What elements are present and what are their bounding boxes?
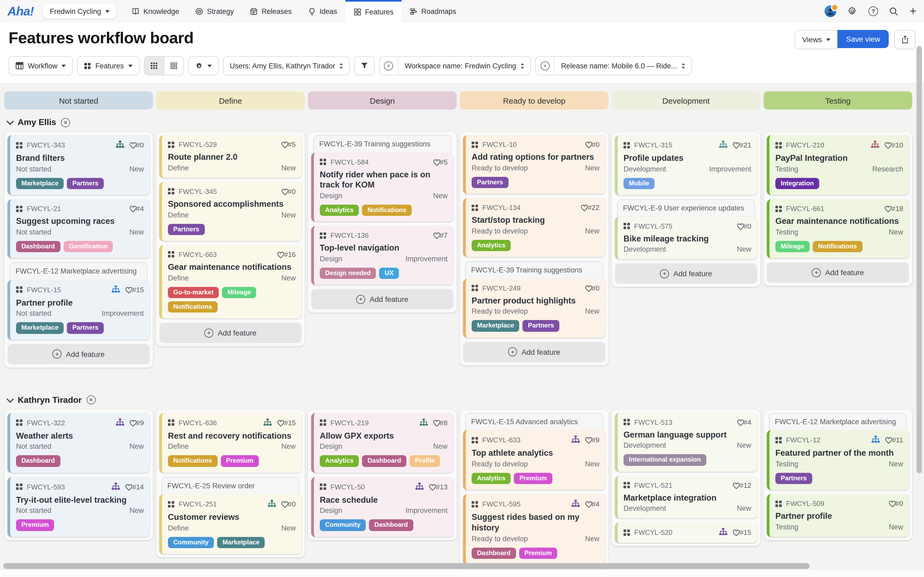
help-icon[interactable]: ? [868,6,878,16]
chevron-down-icon[interactable] [6,395,14,403]
votes-badge[interactable]: #15 [732,529,751,537]
feature-card-fwcyl-513[interactable]: FWCYL-513#4German language supportDevelo… [615,413,757,472]
feature-card-fwcyl-50[interactable]: FWCYL-50#13Race scheduleDesignImprovemen… [311,477,454,537]
feature-card-fwcyl-343[interactable]: FWCYL-343#0Brand filtersNot startedNewMa… [8,135,150,195]
votes-badge[interactable]: #15 [277,419,296,427]
feature-card-fwcyl-249[interactable]: FWCYL-249#0Partner product highlightsRea… [463,279,605,337]
feature-card-fwcyl-10[interactable]: FWCYL-10#0Add rating options for partner… [463,135,605,194]
user-avatar[interactable] [825,5,836,17]
remove-release-filter[interactable]: × [536,56,554,75]
votes-badge[interactable]: #13 [428,483,447,491]
votes-badge[interactable]: #4 [736,418,751,426]
workspace-filter-value[interactable]: Workspace name: Fredwin Cycling [398,56,531,75]
votes-badge[interactable]: #21 [732,141,751,149]
feature-card-fwcyl-521[interactable]: FWCYL-521#12Marketplace integrationDevel… [615,476,757,519]
drag-handle-icon[interactable] [16,419,23,426]
workspace-switcher[interactable]: Fredwin Cycling [43,4,116,18]
drag-handle-icon[interactable] [624,529,630,536]
votes-badge[interactable]: #15 [125,285,144,293]
drag-handle-icon[interactable] [168,501,174,507]
aha-logo[interactable]: Aha! [8,4,35,18]
drag-handle-icon[interactable] [320,159,326,165]
drag-handle-icon[interactable] [168,141,174,148]
add-feature-button[interactable]: +Add feature [8,344,150,364]
feature-card-fwcyl-136[interactable]: FWCYL-136#7Top-level navigationDesignImp… [311,226,454,285]
feature-card-fwcyl-520[interactable]: FWCYL-520#15 [615,523,757,543]
search-icon[interactable] [889,7,898,16]
remove-swimlane-icon[interactable]: × [61,118,70,127]
votes-badge[interactable]: #16 [277,251,296,259]
remove-swimlane-icon[interactable]: × [86,395,95,405]
share-button[interactable] [894,30,916,49]
votes-badge[interactable]: #0 [584,140,599,148]
drag-handle-icon[interactable] [168,419,174,426]
votes-badge[interactable]: #18 [884,205,903,213]
feature-card-fwcyl-251[interactable]: FWCYL-251#0Customer reviewsDefineNewComm… [159,494,302,554]
feature-card-fwcyl-593[interactable]: FWCYL-593#14Try-it-out elite-level track… [8,477,150,537]
add-feature-button[interactable]: +Add feature [767,262,909,283]
drag-handle-icon[interactable] [624,142,630,148]
feature-card-fwcyl-219[interactable]: FWCYL-219#8Allow GPX exportsDesignNewAna… [311,413,454,472]
add-feature-button[interactable]: +Add feature [311,289,454,309]
votes-badge[interactable]: #9 [584,436,599,444]
drag-handle-icon[interactable] [775,142,782,148]
features-dropdown[interactable]: Features [77,56,140,75]
votes-badge[interactable]: #12 [732,481,751,489]
votes-badge[interactable]: #0 [129,141,144,149]
drag-handle-icon[interactable] [775,205,782,212]
votes-badge[interactable]: #4 [584,500,599,508]
nav-tab-strategy[interactable]: Strategy [187,0,242,23]
votes-badge[interactable]: #10 [884,141,903,149]
nav-tab-roadmaps[interactable]: Roadmaps [402,0,464,23]
votes-badge[interactable]: #0 [281,500,296,508]
views-button[interactable]: Views [795,30,837,49]
filter-button[interactable] [354,56,375,75]
feature-card-fwcyl-322[interactable]: FWCYL-322#9Weather alertsNot startedNewD… [8,413,150,472]
votes-badge[interactable]: #0 [584,284,599,292]
card-size-large-option[interactable] [144,56,163,75]
feature-card-fwcyl-509[interactable]: FWCYL-509#0Partner profileTestingNew [767,494,909,537]
nav-tab-features[interactable]: Features [345,0,402,23]
drag-handle-icon[interactable] [775,500,782,507]
drag-handle-icon[interactable] [320,419,326,426]
votes-badge[interactable]: #8 [432,419,447,427]
nav-tab-ideas[interactable]: Ideas [300,0,345,23]
votes-badge[interactable]: #0 [888,500,903,508]
feature-card-fwcyl-575[interactable]: FWCYL-575#0Bike mileage trackingDevelopm… [615,217,757,259]
drag-handle-icon[interactable] [168,251,174,258]
drag-handle-icon[interactable] [624,223,630,229]
votes-badge[interactable]: #4 [129,205,144,213]
votes-badge[interactable]: #0 [281,187,296,195]
add-feature-button[interactable]: +Add feature [615,264,757,284]
create-plus-icon[interactable]: + [909,5,916,17]
votes-badge[interactable]: #5 [432,158,447,166]
feature-card-fwcyl-633[interactable]: FWCYL-633#9Top athlete analyticsReady to… [463,430,605,490]
workflow-dropdown[interactable]: Workflow [8,56,73,75]
votes-badge[interactable]: #11 [885,436,903,444]
feature-card-fwcyl-636[interactable]: FWCYL-636#15Rest and recovery notificati… [159,413,302,472]
drag-handle-icon[interactable] [168,188,174,195]
save-view-button[interactable]: Save view [837,30,889,48]
add-feature-button[interactable]: +Add feature [159,323,302,343]
horizontal-scrollbar[interactable] [3,563,809,569]
feature-card-fwcyl-661[interactable]: FWCYL-661#18Gear maintenance notificatio… [767,199,909,258]
chevron-down-icon[interactable] [6,118,14,125]
drag-handle-icon[interactable] [472,285,478,291]
votes-badge[interactable]: #9 [129,419,144,427]
add-feature-button[interactable]: +Add feature [463,342,605,362]
feature-card-fwcyl-134[interactable]: FWCYL-134#22Start/stop trackingReady to … [463,198,605,257]
drag-handle-icon[interactable] [472,437,478,443]
drag-handle-icon[interactable] [16,484,23,490]
drag-handle-icon[interactable] [16,286,23,293]
users-filter[interactable]: Users: Amy Ellis, Kathryn Tirador [223,56,350,75]
settings-gear-icon[interactable] [848,6,857,16]
drag-handle-icon[interactable] [320,232,326,239]
feature-card-fwcyl-315[interactable]: FWCYL-315#21Profile updatesDevelopmentIm… [615,135,757,195]
feature-card-fwcyl-15[interactable]: FWCYL-15#15Partner profileNot startedImp… [8,280,150,340]
votes-badge[interactable]: #5 [281,140,296,148]
feature-card-fwcyl-584[interactable]: FWCYL-584#5Notify rider when pace is on … [311,153,454,222]
card-size-small-option[interactable] [163,56,183,75]
feature-card-fwcyl-529[interactable]: FWCYL-529#5Route planner 2.0DefineNew [159,135,302,178]
drag-handle-icon[interactable] [320,484,326,490]
feature-card-fwcyl-663[interactable]: FWCYL-663#16Gear maintenance notificatio… [159,245,302,318]
